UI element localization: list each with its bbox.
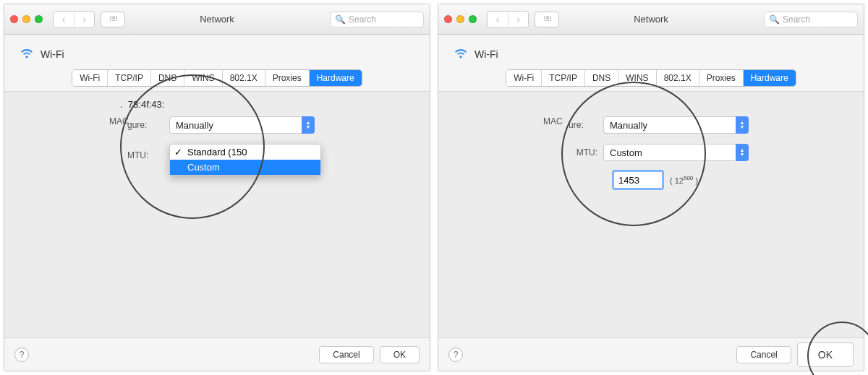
search-placeholder: Search: [783, 14, 810, 25]
help-button[interactable]: ?: [14, 348, 29, 362]
mtu-value: Custom: [610, 147, 642, 158]
footer: ? Cancel OK: [438, 337, 864, 371]
titlebar: ‹ › ⠿⠿ Network 🔍 Search: [4, 4, 430, 35]
search-input[interactable]: 🔍 Search: [330, 12, 424, 27]
search-icon: 🔍: [769, 14, 780, 25]
window-controls: [444, 15, 477, 23]
cancel-button[interactable]: Cancel: [319, 346, 373, 363]
nav-back-forward: ‹ ›: [53, 11, 95, 28]
minimize-window-button[interactable]: [456, 15, 464, 23]
show-all-button[interactable]: ⠿⠿: [535, 12, 559, 27]
tabs: Wi-Fi TCP/IP DNS WINS 802.1X Proxies Har…: [438, 68, 864, 91]
mac-label: MAC: [543, 116, 563, 126]
search-icon: 🔍: [335, 14, 346, 25]
wifi-icon: [453, 45, 469, 64]
ok-button[interactable]: OK: [380, 346, 420, 363]
network-window-left: ‹ › ⠿⠿ Network 🔍 Search Wi-Fi Wi-Fi TCP/…: [4, 4, 430, 371]
chevron-updown-icon: ▲▼: [736, 144, 749, 161]
wifi-icon: [19, 45, 35, 64]
configure-value: Manually: [176, 120, 213, 131]
mtu-custom-input[interactable]: [612, 170, 664, 190]
close-window-button[interactable]: [444, 15, 452, 23]
configure-label-fragment: ure:: [569, 120, 597, 130]
search-placeholder: Search: [349, 14, 376, 25]
mtu-select[interactable]: Custom ▲▼: [603, 144, 748, 161]
chevron-updown-icon: ▲▼: [736, 116, 749, 134]
window-controls: [10, 15, 43, 23]
mac-address-fragment: . 78:4f:43:: [120, 99, 164, 110]
titlebar: ‹ › ⠿⠿ Network 🔍 Search: [438, 4, 864, 35]
tab-dns[interactable]: DNS: [585, 70, 618, 86]
footer: ? Cancel OK: [4, 337, 430, 371]
close-window-button[interactable]: [10, 15, 18, 23]
nav-back-forward: ‹ ›: [487, 11, 529, 28]
tab-8021x[interactable]: 802.1X: [657, 70, 699, 86]
mtu-option-custom[interactable]: Custom: [170, 160, 320, 175]
tabs: Wi-Fi TCP/IP DNS WINS 802.1X Proxies Har…: [4, 68, 430, 91]
configure-select[interactable]: Manually ▲▼: [169, 116, 314, 134]
chevron-updown-icon: ▲▼: [302, 116, 315, 134]
window-title: Network: [634, 14, 668, 25]
configure-select[interactable]: Manually ▲▼: [603, 116, 748, 134]
ok-button[interactable]: OK: [797, 342, 854, 367]
help-button[interactable]: ?: [448, 348, 463, 362]
tab-dns[interactable]: DNS: [151, 70, 184, 86]
tab-tcpip[interactable]: TCP/IP: [108, 70, 151, 86]
configure-label-fragment: gure:: [127, 120, 163, 130]
mtu-dropdown-menu: Standard (150 Custom: [169, 144, 321, 176]
nav-forward-button[interactable]: ›: [74, 12, 94, 27]
tab-proxies[interactable]: Proxies: [265, 70, 310, 86]
zoom-window-button[interactable]: [35, 15, 43, 23]
show-all-button[interactable]: ⠿⠿: [101, 12, 125, 27]
service-name: Wi-Fi: [475, 48, 498, 60]
mac-label: MAC: [109, 116, 129, 126]
mtu-range-hint: ( 12500 ): [670, 175, 698, 185]
tab-proxies[interactable]: Proxies: [699, 70, 744, 86]
mtu-label: MTU:: [127, 150, 163, 160]
tab-hardware[interactable]: Hardware: [744, 70, 796, 86]
service-header: Wi-Fi: [4, 35, 430, 68]
nav-forward-button[interactable]: ›: [508, 12, 528, 27]
network-window-right: ‹ › ⠿⠿ Network 🔍 Search Wi-Fi Wi-Fi TCP/…: [438, 4, 864, 371]
search-input[interactable]: 🔍 Search: [764, 12, 858, 27]
tab-wifi[interactable]: Wi-Fi: [506, 70, 542, 86]
minimize-window-button[interactable]: [22, 15, 30, 23]
window-title: Network: [200, 14, 234, 25]
mtu-label: MTU:: [561, 147, 597, 158]
tab-wins[interactable]: WINS: [184, 70, 222, 86]
hardware-panel: . 78:4f:43: MAC gure: Manually ▲▼ MTU: ▲…: [4, 91, 430, 371]
service-name: Wi-Fi: [41, 48, 64, 60]
mtu-option-standard[interactable]: Standard (150: [170, 145, 320, 160]
service-header: Wi-Fi: [438, 35, 864, 68]
tab-wins[interactable]: WINS: [618, 70, 656, 86]
tab-8021x[interactable]: 802.1X: [223, 70, 265, 86]
nav-back-button[interactable]: ‹: [488, 12, 508, 27]
hardware-panel: MAC ure: Manually ▲▼ MTU: Custom ▲▼: [438, 91, 864, 371]
nav-back-button[interactable]: ‹: [54, 12, 74, 27]
zoom-window-button[interactable]: [469, 15, 477, 23]
tab-hardware[interactable]: Hardware: [310, 70, 362, 86]
configure-value: Manually: [610, 120, 647, 131]
tab-wifi[interactable]: Wi-Fi: [72, 70, 108, 86]
cancel-button[interactable]: Cancel: [736, 346, 791, 363]
tab-tcpip[interactable]: TCP/IP: [542, 70, 585, 86]
